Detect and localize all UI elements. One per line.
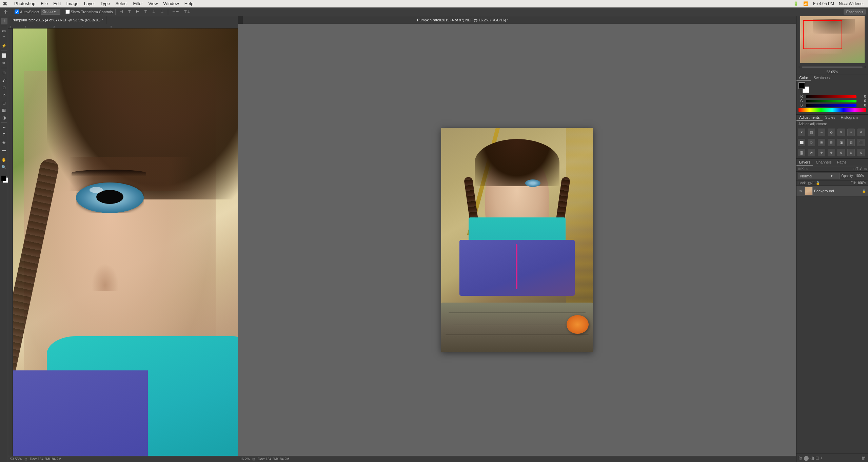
fg-color-display[interactable] (798, 82, 805, 89)
eyedropper-tool[interactable]: ✏ (1, 60, 7, 66)
add-style-button[interactable]: fx (798, 455, 802, 461)
channels-tab[interactable]: Channels (813, 159, 834, 166)
adj-vibrance-icon[interactable]: ❋ (837, 129, 845, 136)
adj-threshold-icon[interactable]: ⬛ (857, 139, 865, 146)
group-dropdown[interactable]: Group ▾ (41, 9, 60, 15)
menu-select[interactable]: Select (113, 0, 130, 7)
adj-extra1-icon[interactable]: ⊗ (818, 149, 825, 156)
layer-filter-icons[interactable]: ◻ T 🖌 ▭ (853, 167, 867, 171)
hand-tool[interactable]: ✋ (1, 156, 7, 163)
adj-extra3-icon[interactable]: ⊛ (837, 149, 845, 156)
adj-bw-icon[interactable]: ⬜ (798, 139, 805, 146)
adj-channel-mixer-icon[interactable]: ⊞ (818, 139, 825, 146)
blue-slider[interactable] (806, 104, 856, 107)
green-slider[interactable] (806, 100, 856, 102)
color-spectrum-bar[interactable] (798, 108, 866, 112)
align-middle-v-icon[interactable]: ⊥ (151, 9, 157, 15)
fg-color-swatch[interactable] (1, 176, 6, 181)
photo-canvas-left[interactable] (13, 28, 238, 456)
lasso-tool[interactable]: ⌒ (1, 35, 7, 42)
lock-icons[interactable]: ◻ / + 🔒 (808, 181, 820, 185)
adj-hsl-icon[interactable]: ≡ (847, 129, 855, 136)
menu-type[interactable]: Type (98, 0, 113, 7)
nav-zoom-slider[interactable]: − + (796, 64, 868, 70)
fg-bg-color-display[interactable] (798, 82, 809, 93)
adj-colorbalance-icon[interactable]: ⊕ (857, 129, 865, 136)
layer-visibility-eye[interactable]: 👁 (798, 189, 803, 193)
distribute-icon-2[interactable]: ⊤⊥ (182, 9, 192, 15)
adj-brightness-icon[interactable]: ☀ (798, 129, 805, 136)
adj-curves-icon[interactable]: ∿ (818, 129, 825, 136)
crop-tool[interactable]: ⬜ (1, 52, 7, 59)
fg-bg-swatches[interactable] (798, 82, 866, 93)
histogram-tab[interactable]: Histogram (838, 115, 861, 121)
adj-gradient-map-icon[interactable]: ▓ (798, 149, 805, 156)
menu-edit[interactable]: Edit (51, 0, 63, 7)
marquee-tool[interactable]: ▭ (1, 27, 7, 34)
pen-tool[interactable]: ✒ (1, 124, 7, 131)
zoom-slider-track[interactable] (802, 66, 863, 68)
new-group-button[interactable]: □ (816, 455, 818, 461)
zoom-out-icon[interactable]: − (798, 65, 801, 69)
adj-posterize-icon[interactable]: ▥ (847, 139, 855, 146)
align-top-icon[interactable]: ⊤ (142, 9, 149, 15)
essentials-button[interactable]: Essentials (844, 9, 866, 15)
align-bottom-icon[interactable]: ⊥ (159, 9, 165, 15)
move-tool[interactable]: ✛ (1, 18, 7, 24)
zoom-fit-icon-right[interactable]: ⊡ (252, 457, 255, 461)
spot-heal-tool[interactable]: ⊕ (1, 70, 7, 76)
swatches-tab[interactable]: Swatches (811, 75, 832, 81)
doc-tab-right[interactable]: PumpkinPatch2015 (4 of 87).NEF @ 16.2% (… (414, 16, 512, 24)
adj-extra2-icon[interactable]: ⊘ (828, 149, 835, 156)
menu-layer[interactable]: Layer (81, 0, 98, 7)
adj-extra4-icon[interactable]: ⊜ (847, 149, 855, 156)
layer-item-background[interactable]: 👁 Background 🔒 (796, 186, 868, 196)
adj-levels-icon[interactable]: ▤ (808, 129, 815, 136)
delete-layer-button[interactable]: 🗑 (861, 455, 866, 461)
new-layer-button[interactable]: + (820, 455, 823, 461)
menu-filter[interactable]: Filter (131, 0, 146, 7)
auto-select-checkbox[interactable]: Auto-Select (15, 9, 39, 14)
blend-mode-dropdown[interactable]: Normal ▾ (798, 173, 840, 179)
new-adjustment-button[interactable]: ◑ (810, 455, 814, 461)
magic-wand-tool[interactable]: ⚡ (1, 42, 7, 49)
history-brush-tool[interactable]: ↺ (1, 92, 7, 99)
brush-tool[interactable]: 🖌 (1, 77, 7, 84)
canvas-right[interactable] (238, 24, 796, 456)
zoom-display-left[interactable]: 53.55% (10, 457, 22, 461)
adj-color-lookup-icon[interactable]: ⊟ (828, 139, 835, 146)
adj-selective-color-icon[interactable]: ◔ (808, 149, 815, 156)
fill-value[interactable]: 100% (857, 181, 866, 185)
menu-file[interactable]: File (38, 0, 51, 7)
adj-exposure-icon[interactable]: ◐ (828, 129, 835, 136)
zoom-in-icon[interactable]: + (864, 65, 866, 69)
gradient-tool[interactable]: ▦ (1, 107, 7, 114)
distribute-icon-1[interactable]: ⊣⊢ (171, 9, 181, 15)
menu-view[interactable]: View (145, 0, 160, 7)
layers-tab[interactable]: Layers (796, 159, 813, 166)
align-center-h-icon[interactable]: ⊤ (126, 9, 133, 15)
zoom-display-right[interactable]: 16.2% (240, 457, 250, 461)
menu-image[interactable]: Image (64, 0, 81, 7)
type-tool[interactable]: T (1, 132, 7, 138)
dodge-tool[interactable]: ◑ (1, 114, 7, 121)
align-left-icon[interactable]: ⊣ (118, 9, 125, 15)
show-transform-checkbox[interactable]: Show Transform Controls (65, 9, 113, 14)
path-select-tool[interactable]: ◈ (1, 139, 7, 146)
adj-extra5-icon[interactable]: ⊝ (857, 149, 865, 156)
zoom-tool[interactable]: 🔍 (1, 164, 7, 171)
adj-photo-filter-icon[interactable]: ⬡ (808, 139, 815, 146)
eraser-tool[interactable]: ◻ (1, 99, 7, 106)
align-right-icon[interactable]: ⊢ (134, 9, 141, 15)
zoom-fit-icon[interactable]: ⊡ (24, 457, 27, 461)
paths-tab[interactable]: Paths (834, 159, 849, 166)
adjustments-tab[interactable]: Adjustments (796, 115, 823, 121)
adj-invert-icon[interactable]: ◨ (837, 139, 845, 146)
styles-tab[interactable]: Styles (823, 115, 838, 121)
add-mask-button[interactable]: ⬤ (804, 455, 809, 461)
clone-tool[interactable]: ⊙ (1, 84, 7, 91)
color-swatches[interactable] (0, 175, 8, 182)
red-slider[interactable] (806, 95, 856, 98)
menu-window[interactable]: Window (160, 0, 181, 7)
color-tab[interactable]: Color (796, 75, 811, 81)
